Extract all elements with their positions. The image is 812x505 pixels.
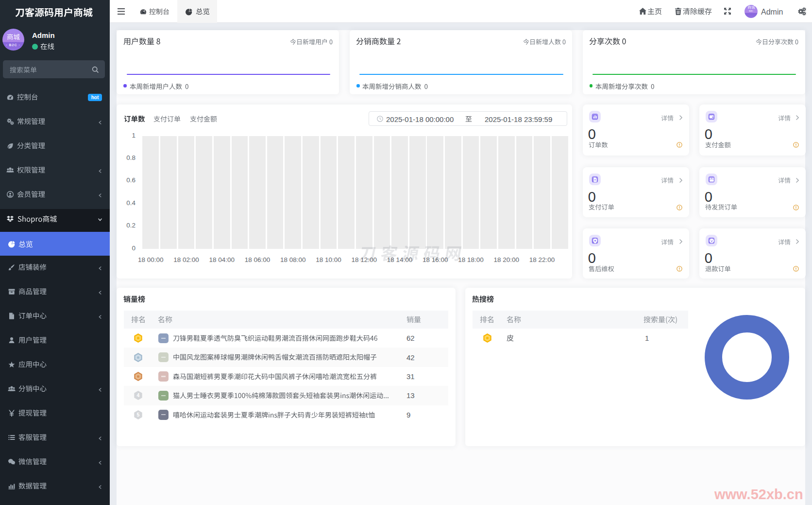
svg-text:4: 4 <box>137 393 140 399</box>
svg-text:5: 5 <box>137 412 140 418</box>
